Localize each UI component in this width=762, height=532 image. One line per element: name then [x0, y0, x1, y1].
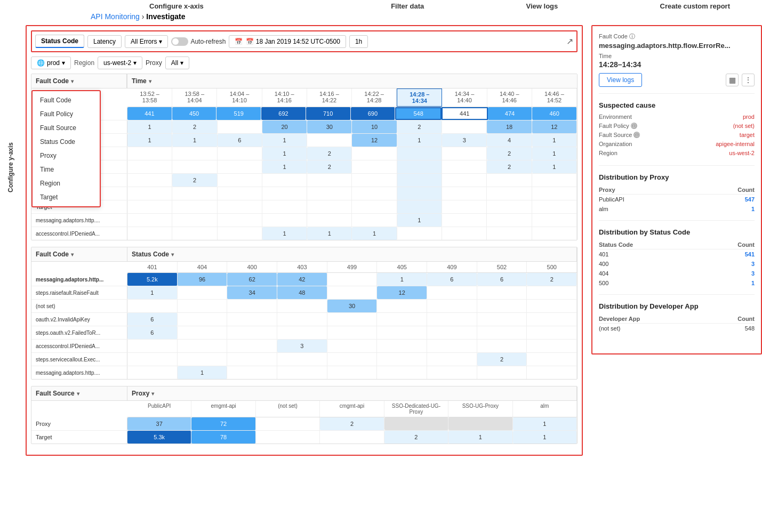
cell[interactable] — [487, 227, 532, 240]
date-picker[interactable]: 📅 📅 18 Jan 2019 14:52 UTC-0500 — [229, 35, 346, 48]
status-col-502[interactable]: 502 — [477, 262, 527, 272]
cell[interactable] — [352, 174, 397, 187]
cell[interactable] — [178, 340, 228, 352]
status-col-499[interactable]: 499 — [327, 262, 378, 272]
cell[interactable] — [178, 353, 228, 366]
cell[interactable]: 12 — [377, 286, 427, 299]
cell[interactable]: 2 — [384, 431, 448, 444]
region-filter[interactable]: us-west-2 ▾ — [98, 57, 142, 69]
cell[interactable] — [352, 200, 397, 213]
dropdown-region[interactable]: Region — [33, 176, 100, 190]
status-col-404[interactable]: 404 — [178, 262, 228, 272]
proxy-col-emgmt[interactable]: emgmt-api — [191, 401, 255, 417]
cell[interactable]: 2 — [527, 273, 577, 286]
dropdown-time[interactable]: Time — [33, 163, 100, 176]
cell[interactable] — [277, 313, 327, 326]
cell[interactable]: 1 — [127, 134, 172, 147]
cell[interactable]: 2 — [307, 147, 352, 160]
cell[interactable] — [527, 326, 577, 339]
latency-tab[interactable]: Latency — [87, 35, 122, 48]
cell[interactable] — [487, 187, 532, 200]
cell[interactable]: 1 — [262, 147, 307, 160]
cell[interactable] — [442, 147, 487, 160]
cell[interactable]: 1 — [377, 273, 427, 286]
status-count[interactable]: 541 — [703, 249, 755, 260]
cell[interactable] — [487, 200, 532, 213]
cell[interactable] — [127, 147, 172, 160]
cell[interactable]: 6 — [477, 273, 527, 286]
cell[interactable] — [127, 353, 178, 366]
cell[interactable] — [427, 340, 477, 352]
time-slot-0[interactable]: 13:52 –13:58 — [127, 88, 172, 107]
cell[interactable] — [352, 187, 397, 200]
cell[interactable] — [218, 200, 262, 213]
cell[interactable] — [527, 353, 577, 366]
status-col-500[interactable]: 500 — [527, 262, 577, 272]
cell[interactable]: 2 — [477, 353, 527, 366]
cell[interactable] — [487, 214, 532, 227]
cell[interactable]: 72 — [191, 417, 255, 430]
cell[interactable] — [227, 340, 277, 352]
cell[interactable]: 2 — [320, 417, 384, 430]
fault-code-col-header2[interactable]: Fault Code ▾ — [31, 247, 127, 261]
cell[interactable] — [527, 286, 577, 299]
cell[interactable] — [397, 160, 442, 173]
time-slot-6[interactable]: 14:28 –14:34 — [397, 88, 442, 107]
cell[interactable]: 2 — [307, 160, 352, 173]
cell[interactable] — [127, 340, 178, 352]
cell[interactable] — [227, 300, 277, 312]
cell[interactable] — [532, 174, 577, 187]
cell[interactable]: 34 — [227, 286, 277, 299]
cell[interactable] — [442, 227, 487, 240]
cell[interactable] — [307, 200, 352, 213]
cell[interactable] — [327, 366, 378, 379]
status-col-405[interactable]: 405 — [377, 262, 427, 272]
status-col-401[interactable]: 401 — [127, 262, 178, 272]
cell[interactable]: 78 — [191, 431, 255, 444]
view-logs-button[interactable]: View logs — [599, 73, 642, 87]
cell[interactable]: 1 — [532, 134, 577, 147]
cell[interactable] — [477, 366, 527, 379]
proxy-col-publicapi[interactable]: PublicAPI — [127, 401, 191, 417]
cell[interactable] — [218, 187, 262, 200]
cell[interactable] — [327, 353, 378, 366]
proxy-col-notset[interactable]: (not set) — [256, 401, 320, 417]
cell[interactable] — [127, 366, 178, 379]
cell[interactable] — [377, 313, 427, 326]
cell[interactable]: 20 — [262, 120, 307, 133]
status-count[interactable]: 3 — [703, 269, 755, 278]
cell[interactable] — [532, 214, 577, 227]
cell[interactable] — [527, 313, 577, 326]
cell[interactable] — [442, 120, 487, 133]
time-slot-3[interactable]: 14:10 –14:16 — [262, 88, 307, 107]
cell[interactable] — [227, 326, 277, 339]
cell[interactable]: 690 — [351, 107, 396, 120]
cell[interactable] — [178, 313, 228, 326]
cell[interactable] — [277, 353, 327, 366]
cell[interactable] — [218, 160, 262, 173]
proxy-col-header[interactable]: Proxy ▾ — [127, 386, 577, 400]
cell[interactable] — [127, 300, 178, 312]
cell[interactable] — [307, 174, 352, 187]
time-slot-4[interactable]: 14:16 –14:22 — [307, 88, 352, 107]
cell[interactable]: 3 — [277, 340, 327, 352]
cell[interactable] — [352, 147, 397, 160]
cell[interactable] — [527, 366, 577, 379]
cell[interactable] — [477, 286, 527, 299]
cell[interactable] — [532, 227, 577, 240]
cell[interactable]: 1 — [127, 120, 172, 133]
fault-code-col-header[interactable]: Fault Code ▾ — [31, 74, 127, 88]
time-slot-7[interactable]: 14:34 –14:40 — [442, 88, 487, 107]
cell[interactable] — [442, 214, 487, 227]
cell[interactable] — [397, 227, 442, 240]
status-code-tab[interactable]: Status Code — [35, 35, 84, 48]
cell[interactable] — [527, 340, 577, 352]
cell[interactable] — [427, 366, 477, 379]
cell[interactable]: 12 — [532, 120, 577, 133]
cell[interactable]: 1 — [127, 286, 178, 299]
cell[interactable]: 1 — [448, 431, 512, 444]
cell[interactable] — [277, 300, 327, 312]
proxy-count[interactable]: 547 — [692, 195, 755, 205]
cell[interactable] — [172, 227, 217, 240]
cell[interactable] — [127, 160, 172, 173]
